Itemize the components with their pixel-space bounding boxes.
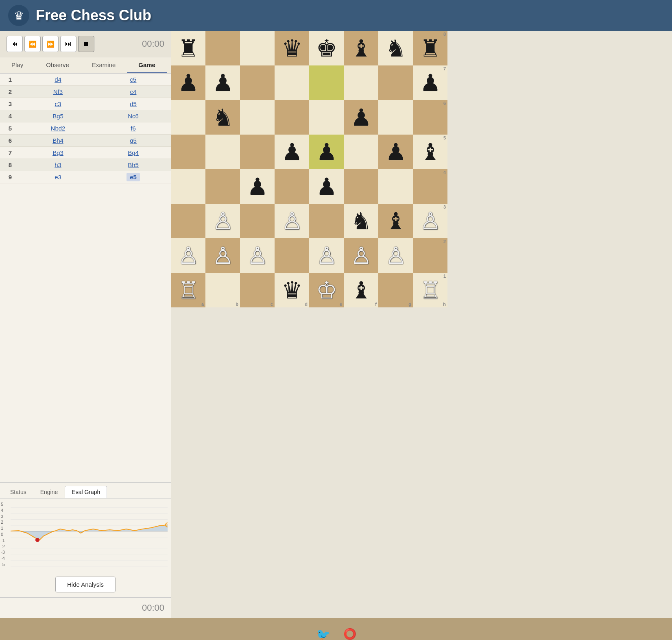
move-white[interactable]: e3: [20, 174, 96, 181]
square-f7[interactable]: [344, 65, 378, 100]
square-b5[interactable]: [205, 135, 240, 169]
square-c2[interactable]: ♙: [240, 238, 275, 273]
square-h8[interactable]: ♜8: [413, 31, 447, 65]
square-f5[interactable]: [344, 135, 378, 169]
move-white[interactable]: Nbd2: [20, 125, 96, 132]
square-c6[interactable]: [240, 100, 275, 135]
move-black-highlight[interactable]: e5: [96, 174, 171, 181]
square-g5[interactable]: ♟: [378, 135, 413, 169]
square-e5[interactable]: ♟: [309, 135, 344, 169]
move-black[interactable]: Nc6: [96, 113, 171, 120]
stop-button[interactable]: ⏹: [78, 36, 94, 52]
square-e7[interactable]: [309, 65, 344, 100]
square-h2[interactable]: 2: [413, 238, 447, 273]
square-b2[interactable]: ♙: [205, 238, 240, 273]
square-f2[interactable]: ♙: [344, 238, 378, 273]
square-h7[interactable]: ♟7: [413, 65, 447, 100]
square-e4[interactable]: ♟: [309, 169, 344, 204]
move-white[interactable]: c3: [20, 100, 96, 107]
square-d8[interactable]: ♛: [275, 31, 309, 65]
square-h1[interactable]: ♖h1: [413, 273, 447, 307]
square-h6[interactable]: 6: [413, 100, 447, 135]
twitter-icon[interactable]: 🐦: [316, 628, 330, 640]
piece-b7: ♟: [212, 69, 233, 97]
square-g7[interactable]: [378, 65, 413, 100]
move-black[interactable]: Bg4: [96, 149, 171, 156]
square-e1[interactable]: ♔e: [309, 273, 344, 307]
move-black[interactable]: g5: [96, 137, 171, 144]
square-d2[interactable]: [275, 238, 309, 273]
square-b3[interactable]: ♙: [205, 204, 240, 238]
square-b1[interactable]: b: [205, 273, 240, 307]
square-g2[interactable]: ♙: [378, 238, 413, 273]
square-c5[interactable]: [240, 135, 275, 169]
move-black[interactable]: d5: [96, 100, 171, 107]
analysis-tab-status[interactable]: Status: [3, 486, 33, 498]
square-f3[interactable]: ♞: [344, 204, 378, 238]
tab-examine[interactable]: Examine: [81, 57, 127, 73]
square-d3[interactable]: ♙: [275, 204, 309, 238]
tab-observe[interactable]: Observe: [35, 57, 81, 73]
skip-forward-button[interactable]: ⏭: [60, 36, 76, 52]
square-a2[interactable]: ♙: [171, 238, 205, 273]
square-d5[interactable]: ♟: [275, 135, 309, 169]
skip-back-button[interactable]: ⏮: [7, 36, 23, 52]
square-f6[interactable]: ♟: [344, 100, 378, 135]
analysis-tab-eval-graph[interactable]: Eval Graph: [65, 486, 107, 498]
square-c4[interactable]: ♟: [240, 169, 275, 204]
square-b7[interactable]: ♟: [205, 65, 240, 100]
move-white[interactable]: Bg3: [20, 149, 96, 156]
github-icon[interactable]: ⭕: [343, 628, 356, 640]
square-f4[interactable]: [344, 169, 378, 204]
square-d4[interactable]: [275, 169, 309, 204]
hide-analysis-button[interactable]: Hide Analysis: [55, 577, 116, 592]
square-f1[interactable]: ♝f: [344, 273, 378, 307]
square-e2[interactable]: ♙: [309, 238, 344, 273]
square-a6[interactable]: [171, 100, 205, 135]
move-black[interactable]: Bh5: [96, 161, 171, 168]
square-c8[interactable]: [240, 31, 275, 65]
square-c7[interactable]: [240, 65, 275, 100]
square-g4[interactable]: [378, 169, 413, 204]
square-a1[interactable]: ♖a: [171, 273, 205, 307]
fast-back-button[interactable]: ⏪: [24, 36, 41, 52]
move-white[interactable]: h3: [20, 161, 96, 168]
square-h4[interactable]: 4: [413, 169, 447, 204]
tab-play[interactable]: Play: [0, 57, 35, 73]
square-a4[interactable]: [171, 169, 205, 204]
square-f8[interactable]: ♝: [344, 31, 378, 65]
square-a3[interactable]: [171, 204, 205, 238]
move-white[interactable]: d4: [20, 76, 96, 83]
move-white[interactable]: Bg5: [20, 113, 96, 120]
move-white[interactable]: Nf3: [20, 88, 96, 95]
square-b8[interactable]: [205, 31, 240, 65]
square-d7[interactable]: [275, 65, 309, 100]
square-e6[interactable]: [309, 100, 344, 135]
analysis-tab-engine[interactable]: Engine: [33, 486, 65, 498]
square-b4[interactable]: [205, 169, 240, 204]
piece-d5: ♟: [281, 138, 303, 166]
square-h5[interactable]: ♝5: [413, 135, 447, 169]
crown-icon: ♛: [14, 9, 24, 22]
fast-forward-button[interactable]: ⏩: [42, 36, 59, 52]
square-c3[interactable]: [240, 204, 275, 238]
tab-game[interactable]: Game: [127, 57, 167, 73]
square-a8[interactable]: ♜: [171, 31, 205, 65]
square-g3[interactable]: ♝: [378, 204, 413, 238]
square-e3[interactable]: [309, 204, 344, 238]
square-d1[interactable]: ♛d: [275, 273, 309, 307]
square-g6[interactable]: [378, 100, 413, 135]
move-black[interactable]: f6: [96, 125, 171, 132]
square-g1[interactable]: g: [378, 273, 413, 307]
move-black[interactable]: c5: [96, 76, 171, 83]
move-black[interactable]: c4: [96, 88, 171, 95]
square-a5[interactable]: [171, 135, 205, 169]
square-e8[interactable]: ♚: [309, 31, 344, 65]
square-d6[interactable]: [275, 100, 309, 135]
square-h3[interactable]: ♙3: [413, 204, 447, 238]
move-white[interactable]: Bh4: [20, 137, 96, 144]
square-a7[interactable]: ♟: [171, 65, 205, 100]
square-g8[interactable]: ♞: [378, 31, 413, 65]
square-b6[interactable]: ♞: [205, 100, 240, 135]
square-c1[interactable]: c: [240, 273, 275, 307]
